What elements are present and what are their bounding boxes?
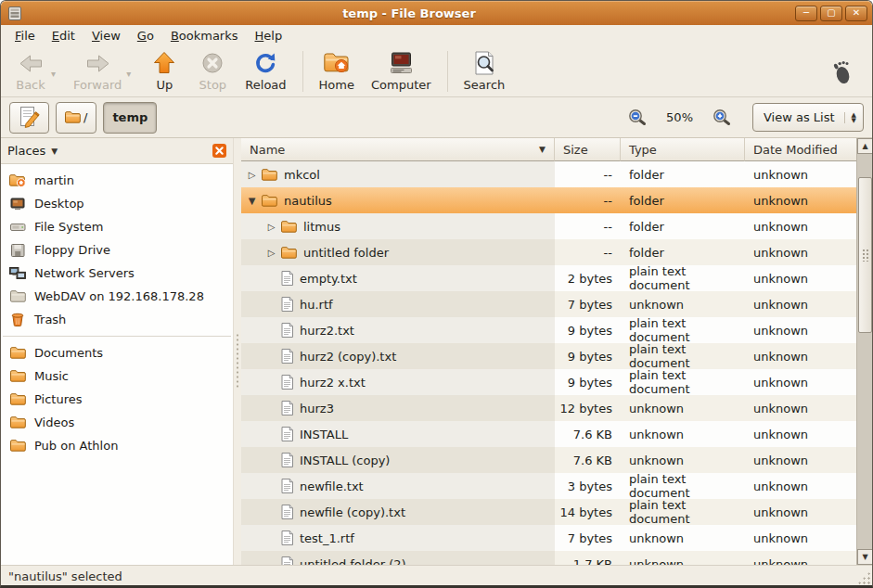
thumb-grip bbox=[862, 249, 870, 262]
titlebar[interactable]: temp - File Browser ─ ▢ ✕ bbox=[1, 1, 872, 25]
file-row-nautilus[interactable]: ▼nautilus--folderunknown bbox=[241, 187, 856, 213]
file-row-mkcol[interactable]: ▷mkcol--folderunknown bbox=[241, 161, 856, 187]
file-size: 7 bytes bbox=[555, 291, 621, 317]
sidebar-item-floppy-drive[interactable]: Floppy Drive bbox=[1, 238, 233, 262]
folder-icon bbox=[281, 221, 297, 233]
menu-file[interactable]: File bbox=[6, 27, 44, 45]
vertical-scrollbar[interactable]: ▲ ▼ bbox=[856, 138, 873, 565]
file-type: unknown bbox=[621, 291, 745, 317]
file-row-install-copy[interactable]: INSTALL (copy)7.6 KBunknownunknown bbox=[241, 447, 856, 473]
view-mode-selector[interactable]: View as List ▲▼ bbox=[752, 103, 864, 132]
file-size: 1.7 KB bbox=[555, 551, 621, 565]
file-type: plain text document bbox=[621, 343, 745, 369]
file-row-litmus[interactable]: ▷litmus--folderunknown bbox=[241, 213, 856, 239]
file-type: unknown bbox=[621, 551, 745, 565]
file-date-modified: unknown bbox=[745, 161, 856, 187]
file-date-modified: unknown bbox=[745, 525, 856, 551]
up-button[interactable]: Up bbox=[140, 49, 188, 94]
file-row-empty-txt[interactable]: empty.txt2 bytesplain text documentunkno… bbox=[241, 265, 856, 291]
menu-bookmarks[interactable]: Bookmarks bbox=[162, 27, 247, 45]
back-button: Back bbox=[6, 49, 55, 94]
column-header-date-modified[interactable]: Date Modified bbox=[745, 138, 856, 161]
file-row-untitled-folder-2[interactable]: untitled folder (2)1.7 KBunknownunknown bbox=[241, 551, 856, 565]
home-button[interactable]: Home bbox=[311, 49, 363, 94]
file-name: litmus bbox=[303, 220, 340, 234]
path-current-button[interactable]: temp bbox=[103, 102, 157, 134]
reload-button[interactable]: Reload bbox=[237, 49, 294, 94]
toolbar-group-up: Up bbox=[140, 49, 188, 94]
menu-go[interactable]: Go bbox=[129, 27, 162, 45]
back-dropdown-arrow-icon[interactable]: ▾ bbox=[51, 69, 56, 79]
sidebar-item-webdav-on-192-168-178-28[interactable]: WebDAV on 192.168.178.28 bbox=[1, 285, 233, 308]
file-row-install[interactable]: INSTALL7.6 KBunknownunknown bbox=[241, 421, 856, 447]
sidebar-item-file-system[interactable]: File System bbox=[1, 215, 233, 238]
sidebar-close-button[interactable] bbox=[212, 144, 226, 158]
sidebar-item-label: Trash bbox=[34, 313, 66, 326]
maximize-button[interactable]: ▢ bbox=[820, 6, 842, 21]
column-header-size[interactable]: Size bbox=[555, 138, 621, 161]
file-date-modified: unknown bbox=[745, 317, 856, 343]
sidebar-item-music[interactable]: Music bbox=[1, 364, 233, 388]
scroll-down-button[interactable]: ▼ bbox=[857, 549, 873, 565]
sort-arrow-icon: ▼ bbox=[539, 145, 546, 154]
scrollbar-thumb[interactable] bbox=[858, 177, 872, 333]
file-name: INSTALL (copy) bbox=[300, 454, 390, 467]
folder-icon bbox=[9, 416, 26, 428]
resize-grip[interactable] bbox=[857, 571, 870, 584]
file-type: plain text document bbox=[621, 499, 745, 525]
file-row-hu-rtf[interactable]: hu.rtf7 bytesunknownunknown bbox=[241, 291, 856, 317]
menu-edit[interactable]: Edit bbox=[44, 27, 83, 45]
expander-collapsed-icon[interactable]: ▷ bbox=[264, 248, 278, 258]
sidebar-item-network-servers[interactable]: Network Servers bbox=[1, 262, 233, 285]
file-row-hurz2-txt[interactable]: hurz2.txt9 bytesplain text documentunkno… bbox=[241, 317, 856, 343]
sidebar-item-documents[interactable]: Documents bbox=[1, 341, 233, 364]
sidebar-item-pub-on-athlon[interactable]: Pub on Athlon bbox=[1, 434, 233, 457]
path-root-button[interactable]: / bbox=[56, 102, 96, 134]
sidebar-item-trash[interactable]: Trash bbox=[1, 308, 233, 331]
file-row-test-1-rtf[interactable]: test_1.rtf7 bytesunknownunknown bbox=[241, 525, 856, 551]
file-row-hurz3[interactable]: hurz312 bytesunknownunknown bbox=[241, 395, 856, 421]
sidebar-item-pictures[interactable]: Pictures bbox=[1, 388, 233, 411]
file-name: newfile (copy).txt bbox=[300, 505, 405, 519]
file-date-modified: unknown bbox=[745, 499, 856, 525]
file-size: 7.6 KB bbox=[555, 447, 621, 473]
file-row-untitled-folder[interactable]: ▷untitled folder--folderunknown bbox=[241, 239, 856, 265]
places-selector[interactable]: Places ▼ bbox=[7, 144, 212, 158]
toolbar-group-computer: Computer bbox=[363, 49, 440, 94]
file-row-newfile-txt[interactable]: newfile.txt3 bytesplain text documentunk… bbox=[241, 473, 856, 499]
toolbar-separator bbox=[302, 51, 303, 92]
minimize-button[interactable]: ─ bbox=[795, 6, 817, 21]
search-button[interactable]: Search bbox=[456, 49, 514, 94]
sidebar-item-desktop[interactable]: Desktop bbox=[1, 192, 233, 215]
close-button[interactable]: ✕ bbox=[845, 6, 867, 21]
desktop-icon bbox=[9, 198, 26, 211]
column-header-name[interactable]: Name▼ bbox=[241, 138, 555, 161]
expander-expanded-icon[interactable]: ▼ bbox=[245, 196, 259, 206]
pane-splitter[interactable] bbox=[234, 138, 241, 565]
file-row-hurz2-x-txt[interactable]: hurz2 x.txt9 bytesplain text documentunk… bbox=[241, 369, 856, 395]
combo-arrows-icon: ▲▼ bbox=[844, 112, 856, 123]
expander-collapsed-icon[interactable]: ▷ bbox=[245, 170, 259, 180]
menu-help[interactable]: Help bbox=[247, 27, 291, 45]
text-file-icon bbox=[281, 349, 293, 364]
zoom-in-button[interactable] bbox=[711, 107, 733, 128]
file-row-newfile-copy-txt[interactable]: newfile (copy).txt14 bytesplain text doc… bbox=[241, 499, 856, 525]
scroll-up-button[interactable]: ▲ bbox=[857, 138, 873, 154]
zoom-out-button[interactable] bbox=[626, 107, 648, 128]
menu-view[interactable]: View bbox=[83, 27, 129, 45]
menubar: FileEditViewGoBookmarksHelp bbox=[1, 25, 872, 45]
forward-dropdown-arrow-icon[interactable]: ▾ bbox=[126, 69, 131, 79]
edit-location-button[interactable] bbox=[9, 102, 49, 134]
computer-button[interactable]: Computer bbox=[363, 49, 440, 94]
file-row-hurz2-copy-txt[interactable]: hurz2 (copy).txt9 bytesplain text docume… bbox=[241, 343, 856, 369]
file-date-modified: unknown bbox=[745, 369, 856, 395]
toolbar-group-reload: Reload bbox=[237, 49, 294, 94]
file-date-modified: unknown bbox=[745, 213, 856, 239]
toolbar: Back▾Forward▾UpStopReloadHomeComputerSea… bbox=[1, 45, 872, 97]
sidebar-item-martin[interactable]: martin bbox=[1, 169, 233, 192]
file-size: -- bbox=[555, 239, 621, 265]
expander-collapsed-icon[interactable]: ▷ bbox=[264, 222, 278, 232]
sidebar-item-videos[interactable]: Videos bbox=[1, 411, 233, 434]
window-title: temp - File Browser bbox=[23, 6, 795, 20]
column-header-type[interactable]: Type bbox=[621, 138, 745, 161]
